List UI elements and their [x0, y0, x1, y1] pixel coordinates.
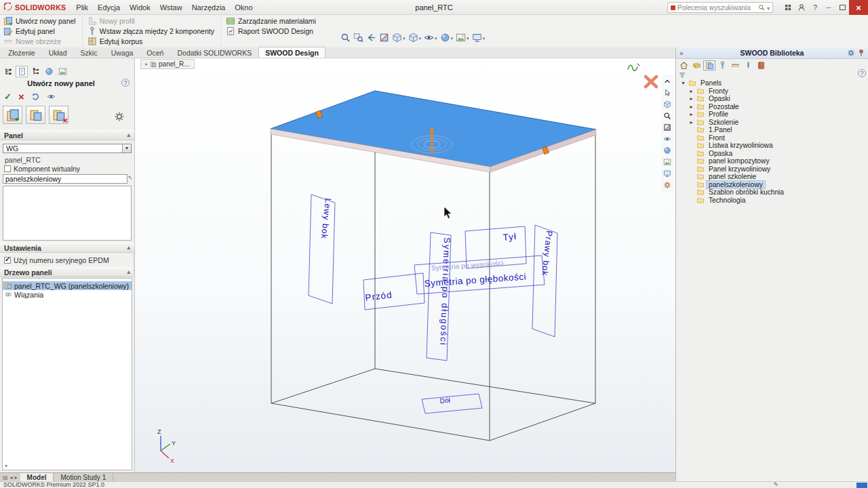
collapse-panel-icon[interactable] [676, 49, 687, 57]
settings-tool[interactable] [662, 180, 673, 190]
apps-grid-button[interactable] [781, 0, 795, 15]
library-settings-gear-icon[interactable] [847, 49, 855, 58]
dropdown-caret-icon[interactable] [418, 33, 422, 41]
apply-scene[interactable] [454, 32, 471, 43]
expand-arrow-icon[interactable] [688, 88, 694, 94]
library-tree-item[interactable]: panel szkolenie [677, 173, 867, 181]
view-orientation[interactable] [662, 99, 673, 110]
expand-arrow-icon[interactable] [688, 119, 694, 125]
selection-listbox[interactable] [3, 186, 132, 241]
library-tree-item[interactable]: Listwa krzywoliniowa [677, 142, 867, 150]
panel-tree-item[interactable]: Wiązania [3, 290, 132, 299]
scroll-down-icon[interactable] [5, 463, 7, 469]
collapse-toolbar[interactable] [662, 76, 673, 87]
previous-view[interactable] [365, 32, 378, 43]
library-tree-item[interactable]: Profile [677, 110, 867, 119]
model-tab[interactable]: Model [20, 473, 54, 481]
library-machinings[interactable] [742, 60, 754, 70]
dropdown-caret-icon[interactable] [434, 33, 437, 41]
label-symetria-dlugosc[interactable]: Symetria po długości [438, 237, 452, 346]
menu-item[interactable]: Plik [71, 1, 93, 14]
pin-panel-icon[interactable] [857, 49, 865, 58]
section-tool[interactable] [662, 122, 673, 133]
expand-arrow-icon[interactable] [680, 80, 686, 86]
library-tree-item[interactable]: 1.Panel [677, 126, 867, 134]
panel-type-2[interactable] [26, 106, 45, 124]
help-button[interactable] [808, 0, 822, 15]
camera-tool[interactable] [662, 168, 673, 179]
command-search[interactable] [667, 2, 773, 13]
command-tab[interactable]: SWOOD Design [258, 47, 326, 58]
splitter-icon[interactable] [3, 474, 8, 481]
command-tab[interactable]: Układ [42, 47, 74, 58]
cancel-button[interactable] [18, 91, 24, 102]
zoom-to-fit[interactable] [339, 32, 352, 43]
expand-arrow-icon[interactable] [688, 111, 694, 117]
search-input[interactable] [677, 4, 756, 12]
dropdown-caret-icon[interactable] [482, 33, 486, 41]
tab-scroll-left-icon[interactable] [10, 474, 13, 481]
user-account-button[interactable] [795, 0, 808, 15]
edit-appearance[interactable] [439, 32, 455, 43]
view-settings[interactable] [471, 32, 487, 43]
section-header-settings[interactable]: Ustawienia [0, 243, 134, 253]
panel-settings-gear-button[interactable] [114, 111, 125, 123]
label-symetria-glebokosc[interactable]: Symetria po głębokości [424, 272, 526, 289]
library-tree-item[interactable]: panelszkoleniowy [677, 181, 867, 189]
minimize-button[interactable] [822, 0, 835, 15]
solidworks-logo[interactable]: SOLIDWORKS [0, 3, 71, 12]
library-tree-item[interactable]: Opaski [677, 95, 867, 103]
command-tab[interactable]: Szkic [74, 47, 104, 58]
display-style[interactable] [407, 32, 423, 43]
library-materials[interactable] [755, 60, 767, 70]
panel-group-dropdown[interactable]: WG [3, 144, 132, 153]
cancel-marker-icon[interactable] [646, 77, 656, 87]
label-lewy-bok[interactable]: Lewy bok [319, 198, 333, 240]
property-manager[interactable] [16, 66, 28, 77]
help-icon[interactable] [121, 79, 130, 87]
library-panels[interactable] [703, 60, 715, 70]
dimxpert-manager[interactable] [43, 66, 55, 77]
panel-type-1[interactable] [3, 106, 22, 124]
tab-scroll-right-icon[interactable] [15, 474, 18, 481]
command-tab[interactable]: Uwaga [104, 47, 140, 58]
section-header-panel-tree[interactable]: Drzewo paneli [0, 267, 134, 277]
label-przod[interactable]: Przód [365, 289, 393, 303]
menu-item[interactable]: Narzędzia [187, 1, 231, 14]
hide-show-tool[interactable] [662, 134, 673, 144]
command-tab[interactable]: Dodatki SOLIDWORKS [170, 47, 258, 58]
library-tree-item[interactable]: Szablon obróbki kuchnia [677, 188, 867, 197]
library-tree-item[interactable]: panel kompozytowy [677, 157, 867, 165]
filter-funnel-icon[interactable] [679, 72, 686, 79]
reference-planes[interactable] [309, 195, 557, 413]
library-tree-item[interactable]: Pozostałe [677, 103, 867, 111]
library-tree-item[interactable]: Panel krzywoliniowy [677, 165, 867, 174]
ribbon-button[interactable]: Wstaw złącza między 2 komponenty [85, 26, 216, 36]
display-manager[interactable] [56, 66, 68, 77]
3d-scene[interactable]: Lewy bok Tył Prawy bok Przód Symetria po… [135, 58, 675, 472]
command-tab[interactable]: Złożenie [1, 47, 42, 58]
restore-button[interactable] [835, 0, 849, 15]
expand-arrow-icon[interactable] [688, 104, 694, 110]
hide-show-items[interactable] [422, 32, 439, 43]
search-icon[interactable] [758, 4, 765, 11]
library-home[interactable] [677, 60, 690, 70]
menu-item[interactable]: Widok [125, 1, 155, 14]
zoom-to-area[interactable] [352, 32, 365, 43]
menu-item[interactable]: Wstaw [155, 1, 187, 14]
ok-button[interactable] [4, 92, 12, 102]
appearance-tool[interactable] [662, 145, 673, 156]
model-tab[interactable]: Motion Study 1 [54, 473, 113, 481]
library-help-icon[interactable] [858, 69, 866, 77]
library-tree-item[interactable]: Szkolenie [677, 119, 867, 127]
graphics-viewport[interactable]: Lewy bok Tył Prawy bok Przód Symetria po… [135, 58, 675, 472]
ribbon-button[interactable]: Raport SWOOD Design [224, 26, 318, 36]
select-tool[interactable] [662, 87, 673, 98]
library-tree-item[interactable]: Opaska [677, 150, 867, 158]
library-tree-item[interactable]: Front [677, 134, 867, 142]
configuration-manager[interactable] [29, 66, 41, 77]
section-view[interactable] [378, 32, 391, 43]
preview-eye-icon[interactable] [47, 92, 56, 101]
panel-tree-item[interactable]: panel_RTC_WG (panelszkoleniowy) [3, 281, 132, 290]
search-caret-icon[interactable] [767, 3, 770, 12]
